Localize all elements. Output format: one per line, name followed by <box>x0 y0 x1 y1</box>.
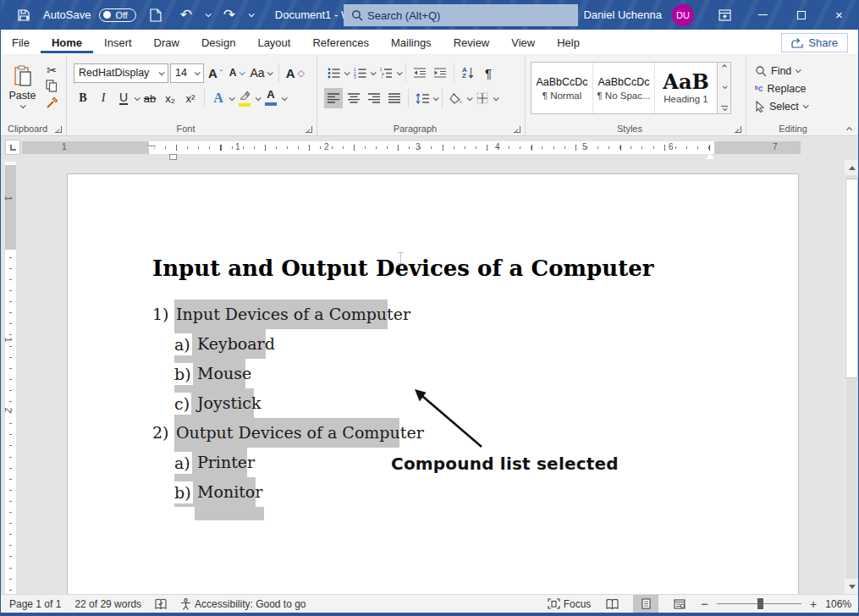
increase-indent-button[interactable] <box>431 63 449 83</box>
shrink-font-button[interactable]: A <box>227 63 246 83</box>
zoom-level[interactable]: 106% <box>825 598 851 610</box>
maximize-button[interactable] <box>782 0 820 30</box>
underline-button[interactable]: U <box>114 88 133 108</box>
bullets-button[interactable] <box>324 63 343 83</box>
web-layout-button[interactable] <box>667 595 692 613</box>
tab-layout[interactable]: Layout <box>246 31 301 53</box>
tab-design[interactable]: Design <box>190 31 246 53</box>
underline-chevron-icon[interactable] <box>135 95 140 101</box>
paste-button[interactable]: Paste <box>6 60 39 113</box>
line-spacing-button[interactable] <box>413 88 432 108</box>
text-effects-button[interactable]: A <box>209 88 228 108</box>
align-right-button[interactable] <box>365 88 383 108</box>
show-formatting-button[interactable]: ¶ <box>479 63 498 83</box>
scroll-down-icon[interactable] <box>845 580 858 593</box>
bold-button[interactable]: B <box>74 88 92 108</box>
print-layout-button[interactable] <box>633 595 658 613</box>
zoom-slider-thumb[interactable] <box>757 598 763 609</box>
styles-dialog-launcher-icon[interactable] <box>735 126 741 133</box>
subscript-button[interactable]: x₂ <box>161 88 179 108</box>
copy-icon[interactable] <box>42 78 61 94</box>
list-item[interactable]: b) Monitor <box>68 477 798 507</box>
list-item-text[interactable]: Input Devices of a Computer <box>176 300 410 329</box>
find-button[interactable]: Find <box>752 62 834 80</box>
horizontal-ruler[interactable]: 1 1 2 3 4 5 6 7 <box>22 141 801 154</box>
list-item-text[interactable]: Output Devices of a Computer <box>176 418 424 448</box>
tab-mailings[interactable]: Mailings <box>380 31 443 53</box>
find-chevron-icon[interactable] <box>796 67 801 73</box>
minimize-button[interactable] <box>744 0 782 30</box>
strikethrough-button[interactable]: ab <box>140 88 159 108</box>
paragraph-dialog-launcher-icon[interactable] <box>514 126 520 133</box>
undo-button[interactable]: ↶ <box>175 4 197 26</box>
hanging-indent-marker[interactable] <box>169 154 177 160</box>
tab-help[interactable]: Help <box>546 31 591 53</box>
zoom-in-button[interactable]: + <box>810 597 817 611</box>
borders-chevron-icon[interactable] <box>493 95 499 101</box>
style-heading1[interactable]: AaB Heading 1 <box>655 63 717 113</box>
italic-button[interactable]: I <box>94 88 113 108</box>
list-item-text[interactable]: Keyboard <box>197 329 275 359</box>
gallery-down-icon[interactable] <box>722 84 727 89</box>
text-effects-chevron-icon[interactable] <box>229 95 235 101</box>
shading-button[interactable] <box>447 88 465 108</box>
borders-button[interactable] <box>473 88 492 108</box>
ribbon-display-options-icon[interactable] <box>706 0 744 30</box>
clipboard-dialog-launcher-icon[interactable] <box>55 126 62 133</box>
list-item-text[interactable]: Mouse <box>197 359 251 388</box>
highlight-button[interactable] <box>235 88 254 108</box>
select-chevron-icon[interactable] <box>802 102 808 108</box>
vertical-scrollbar[interactable] <box>845 160 859 594</box>
new-document-icon[interactable] <box>145 4 167 26</box>
zoom-slider[interactable] <box>717 603 801 604</box>
autosave-toggle[interactable]: Off <box>99 8 135 22</box>
style-no-spacing[interactable]: AaBbCcDc ¶ No Spac... <box>593 63 655 113</box>
search-input[interactable]: Search (Alt+Q) <box>344 4 578 26</box>
word-count[interactable]: 22 of 29 words <box>74 598 141 610</box>
numbering-button[interactable]: 123 <box>350 63 369 83</box>
grow-font-button[interactable]: Aˆ <box>206 63 225 83</box>
numbering-chevron-icon[interactable] <box>371 69 377 75</box>
tab-review[interactable]: Review <box>443 31 501 53</box>
page-indicator[interactable]: Page 1 of 1 <box>9 598 61 610</box>
avatar[interactable]: DU <box>672 4 694 26</box>
document-heading[interactable]: Input and Output Devices of a Computer <box>152 256 653 281</box>
line-spacing-chevron-icon[interactable] <box>433 95 439 101</box>
decrease-indent-button[interactable] <box>410 63 429 83</box>
font-color-chevron-icon[interactable] <box>282 95 288 101</box>
sort-button[interactable]: AZ <box>459 63 477 83</box>
highlight-chevron-icon[interactable] <box>256 95 262 101</box>
right-indent-marker[interactable] <box>706 153 714 159</box>
replace-button[interactable]: ᵇc Replace <box>752 80 834 97</box>
font-name-select[interactable]: RedHatDisplay <box>74 63 168 83</box>
cut-icon[interactable]: ✂ <box>42 62 61 78</box>
tab-references[interactable]: References <box>301 31 379 53</box>
read-mode-button[interactable] <box>599 595 625 613</box>
vertical-ruler[interactable]: 1 1 2 <box>5 162 16 594</box>
justify-button[interactable] <box>385 88 404 108</box>
style-normal[interactable]: AaBbCcDc ¶ Normal <box>531 63 593 113</box>
align-left-button[interactable] <box>324 88 343 108</box>
close-button[interactable]: × <box>820 0 858 30</box>
superscript-button[interactable]: x² <box>181 88 200 108</box>
undo-chevron-icon[interactable] <box>206 11 212 17</box>
save-icon[interactable] <box>13 4 35 26</box>
list-item-text[interactable]: Joystick <box>197 388 261 418</box>
tab-selector[interactable] <box>5 140 20 155</box>
gallery-up-icon[interactable] <box>722 64 727 69</box>
focus-mode-button[interactable]: Focus <box>548 598 592 610</box>
multilevel-list-button[interactable]: 1ai <box>377 63 395 83</box>
paste-chevron-icon[interactable] <box>20 102 26 108</box>
scrollbar-track[interactable] <box>845 175 858 579</box>
list-item[interactable]: 1) Input Devices of a Computer <box>68 300 798 329</box>
shading-chevron-icon[interactable] <box>467 95 473 101</box>
collapse-ribbon-icon[interactable] <box>846 127 852 133</box>
redo-button[interactable]: ↷ <box>218 4 240 26</box>
list-item-text[interactable]: Printer <box>197 448 255 477</box>
font-size-select[interactable]: 14 <box>170 63 204 83</box>
first-line-indent-marker[interactable] <box>147 146 156 151</box>
list-item-text[interactable]: Monitor <box>197 477 262 507</box>
document-page[interactable]: Input and Output Devices of a Computer 1… <box>67 173 799 594</box>
font-color-button[interactable]: A <box>262 88 280 108</box>
scrollbar-thumb[interactable] <box>845 179 858 378</box>
